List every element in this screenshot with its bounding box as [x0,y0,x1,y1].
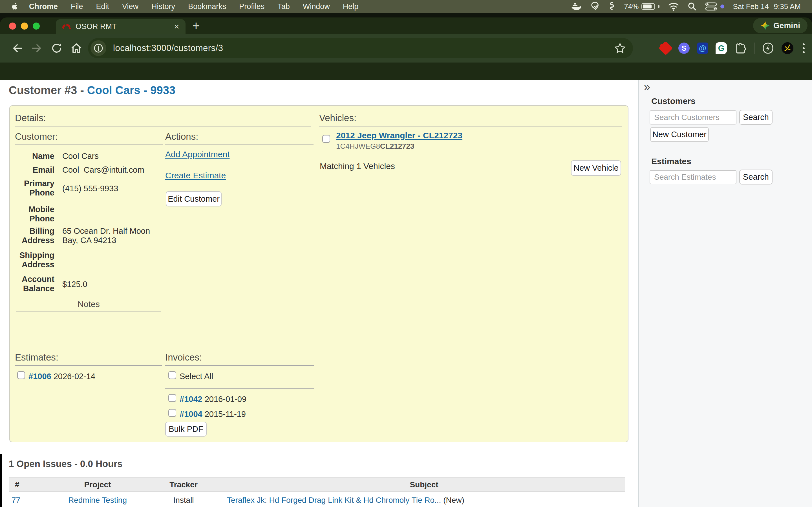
gemini-label: Gemini [773,21,800,30]
menu-item-chrome[interactable]: Chrome [22,2,64,11]
issue-subject-link[interactable]: Teraflex Jk: Hd Forged Drag Link Kit & H… [227,496,441,504]
edit-customer-button[interactable]: Edit Customer [166,191,221,207]
reload-button[interactable] [47,42,66,54]
sidebar-estimates-heading: Estimates [651,157,691,166]
battery-indicator[interactable]: 74% [624,2,659,11]
invoice-checkbox-1004[interactable] [168,409,176,417]
create-estimate-link[interactable]: Create Estimate [165,171,226,180]
chrome-menu-icon[interactable] [801,43,806,53]
back-button[interactable] [7,43,27,54]
vehicles-heading: Vehicles: [319,113,622,126]
customer-details-panel: Details: Customer: Actions: Vehicles: Na… [9,105,628,442]
extension-icon-red[interactable] [659,41,673,55]
invoice-checkbox-1042[interactable] [168,394,176,402]
field-label-billing-address: Billing Address [10,226,54,245]
estimate-link[interactable]: #1006 [29,372,51,381]
search-estimates-input[interactable] [650,170,737,184]
new-vehicle-button[interactable]: New Vehicle [571,160,621,176]
menu-item-file[interactable]: File [64,2,90,11]
select-all-checkbox[interactable] [168,371,176,379]
add-appointment-link[interactable]: Add Appointment [165,150,230,159]
issues-header-row: # Project Tracker Subject [9,478,625,492]
spotlight-search-icon[interactable] [688,2,697,11]
field-label-mobile-phone: Mobile Phone [10,205,54,223]
issue-id-link[interactable]: 77 [11,496,20,504]
address-bar[interactable]: localhost:3000/customers/3 [88,38,633,58]
zoom-window-button[interactable] [33,22,40,30]
vehicle-link[interactable]: 2012 Jeep Wrangler - CL212723 [336,131,462,140]
details-heading: Details: [15,113,311,126]
field-label-shipping-address: Shipping Address [10,251,54,269]
issue-project-link[interactable]: Redmine Testing [68,496,127,504]
gesture-status-icon[interactable] [609,1,615,11]
vehicle-checkbox[interactable] [322,135,330,143]
sidebar-customers-heading: Customers [651,96,696,106]
page-title: Customer #3 - Cool Cars - 9933 [9,84,175,97]
vehicle-vin: 1C4HJWEG8CL212723 [336,142,414,151]
column-header-tracker: Tracker [144,478,223,492]
menu-item-history[interactable]: History [145,2,182,11]
close-window-button[interactable] [9,22,16,30]
battery-icon [642,3,655,10]
sidebar-collapse-icon[interactable]: » [644,80,650,93]
field-value-primary-phone: (415) 555-9933 [62,184,118,193]
gemini-sparkle-icon [760,21,770,31]
control-center-icon[interactable] [705,2,717,11]
url-text[interactable]: localhost:3000/customers/3 [113,43,223,53]
menu-item-bookmarks[interactable]: Bookmarks [182,2,233,11]
menu-item-profiles[interactable]: Profiles [233,2,271,11]
invoice-link-1004[interactable]: #1004 [180,409,202,418]
background-window-edge [0,454,2,507]
menu-item-edit[interactable]: Edit [90,2,116,11]
new-tab-button[interactable]: + [192,18,200,33]
forward-button[interactable] [27,43,47,54]
menu-item-window[interactable]: Window [296,2,336,11]
home-button[interactable] [66,42,86,54]
site-info-icon[interactable] [91,40,106,56]
column-header-id: # [9,478,51,492]
search-customers-button[interactable]: Search [739,110,772,125]
menu-bar-clock[interactable]: Sat Feb 14 9:35 AM [733,2,801,11]
field-value-email: Cool_Cars@intuit.com [62,165,144,175]
menu-bar-time: 9:35 AM [774,2,801,11]
gemini-button[interactable]: Gemini [753,18,808,33]
extensions-puzzle-icon[interactable] [734,42,746,54]
menu-item-tab[interactable]: Tab [271,2,296,11]
column-header-subject: Subject [223,478,625,492]
tab-close-icon[interactable]: × [174,22,179,31]
menu-item-view[interactable]: View [116,2,145,11]
extension-icon-grammarly[interactable]: G [716,42,727,54]
search-estimates-button[interactable]: Search [739,170,772,184]
app-status-icon[interactable] [590,2,600,11]
app-sidebar: » Customers Search New Customer Estimate… [638,80,812,507]
minimize-window-button[interactable] [21,22,28,30]
open-issues-table: # Project Tracker Subject 77 Redmine Tes… [9,477,625,507]
bookmark-star-icon[interactable] [614,43,626,54]
performance-leaf-icon[interactable] [762,42,774,54]
new-customer-button[interactable]: New Customer [650,127,709,142]
bulk-pdf-button[interactable]: Bulk PDF [165,421,207,437]
actions-heading: Actions: [165,131,313,145]
customer-name-link[interactable]: Cool Cars - 9933 [87,84,175,96]
invoice-link-1042[interactable]: #1042 [180,395,202,404]
field-label-account-balance: Account Balance [10,275,54,293]
page-content: Customer #3 - Cool Cars - 9933 Details: … [0,80,638,507]
field-value-billing-address: 65 Ocean Dr. Half Moon Bay, CA 94213 [62,226,160,245]
wifi-icon[interactable] [668,2,679,11]
focus-status-dot [720,4,724,8]
estimate-checkbox[interactable] [17,371,25,379]
invoice-row: #1004 2015-11-19 [180,409,246,419]
tab-strip: OSOR RMT × + Gemini [0,17,812,34]
tab-title: OSOR RMT [75,22,117,31]
docker-icon[interactable] [571,2,581,11]
estimate-date: 2026-02-14 [54,372,95,381]
browser-tab-osor-rmt[interactable]: OSOR RMT × [56,19,186,34]
extension-icon-password[interactable]: @ [697,43,708,54]
extension-icon-stylus[interactable]: S [678,43,690,54]
customer-heading: Customer: [15,131,163,145]
apple-logo-icon[interactable] [11,2,18,11]
menu-bar-status-area: 74% Sat Feb 14 9:35 AM [571,1,812,11]
profile-avatar[interactable] [781,42,794,54]
search-customers-input[interactable] [650,110,737,124]
menu-item-help[interactable]: Help [336,2,365,11]
